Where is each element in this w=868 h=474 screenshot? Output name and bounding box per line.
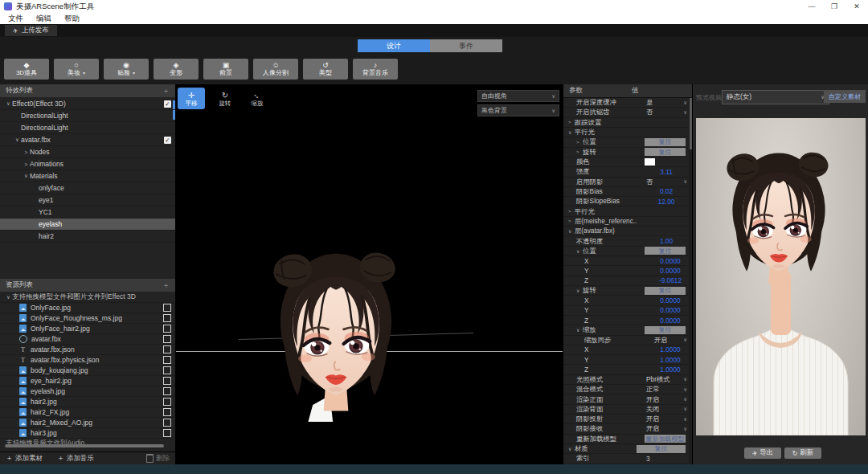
close-icon[interactable]: ✕ (845, 0, 868, 13)
toolbar-button-1[interactable]: ◆3D道具 (4, 59, 49, 80)
effect-tree-item[interactable]: >Nodes (0, 146, 175, 158)
add-music-button[interactable]: ＋ 添加音乐 (57, 453, 94, 464)
param-row-layer_avatar[interactable]: ∨层(avatar.fbx) (563, 227, 688, 236)
param-dropdown-value[interactable]: Pbr模式 (645, 375, 688, 384)
add-material-button[interactable]: ＋ 添加素材 (6, 453, 43, 464)
item-checkbox[interactable]: ✓ (164, 137, 171, 144)
param-number-value[interactable]: 0.0000 (653, 306, 688, 314)
color-swatch[interactable] (645, 158, 655, 165)
reset-button[interactable]: 复位 (645, 138, 686, 146)
effect-tree-item[interactable]: YC1 (0, 206, 175, 219)
item-checkbox[interactable] (163, 304, 171, 312)
item-checkbox[interactable] (163, 335, 171, 343)
resource-item[interactable]: hair2.jpg (0, 397, 175, 407)
tab-event[interactable]: 事件 (430, 39, 502, 52)
minimize-icon[interactable]: — (800, 0, 823, 13)
item-checkbox[interactable] (163, 408, 171, 416)
viewport-canvas[interactable]: ✛ 平移 ↻ 旋转 ↔ 缩放 自由视角 ∨ 黑色背景 ∨ (176, 84, 563, 464)
param-dropdown-value[interactable]: 关闭 (645, 405, 688, 414)
effect-tree-item[interactable]: ∨avatar.fbx✓ (0, 134, 175, 146)
menu-file[interactable]: 文件 (8, 14, 23, 24)
item-checkbox[interactable] (163, 314, 171, 322)
param-number-value[interactable]: 1.0000 (653, 356, 688, 364)
param-row-dirlight1[interactable]: ∨平行光 (563, 128, 688, 137)
param-number-value[interactable]: -9.0612 (653, 276, 688, 284)
custom-material-button[interactable]: 自定义素材 (824, 90, 866, 103)
reset-button[interactable]: 复位 (645, 326, 686, 334)
param-dropdown-value[interactable]: 开启 (645, 424, 688, 433)
tool-scale[interactable]: ↔ 缩放 (244, 88, 271, 109)
item-checkbox[interactable] (163, 398, 171, 406)
effect-tree-item[interactable]: ∨Effect0(Effect 3D)✓ (0, 98, 175, 110)
param-number-value[interactable]: 1.0000 (653, 345, 688, 353)
param-number-value[interactable]: 3.11 (645, 168, 688, 176)
param-number-value[interactable]: 12.00 (645, 198, 688, 206)
resource-item[interactable]: hair3.jpg (0, 428, 175, 439)
param-dropdown-value[interactable]: 是 (645, 98, 688, 107)
reset-button[interactable]: 复位 (645, 287, 686, 295)
toolbar-button-5[interactable]: ▣前景 (203, 59, 248, 80)
reset-button[interactable]: 复位 (637, 445, 686, 453)
add-icon[interactable]: ＋ (162, 280, 170, 291)
reload-model-button[interactable]: 重新加载模型 (645, 435, 686, 443)
resource-item[interactable]: hair2_Mixed_AO.jpg (0, 418, 175, 428)
resource-item[interactable]: body_kouqiang.jpg (0, 366, 175, 376)
tool-rotate[interactable]: ↻ 旋转 (211, 88, 239, 109)
resource-item[interactable]: avatar.fbx (0, 334, 175, 345)
item-checkbox[interactable] (163, 387, 171, 395)
item-checkbox[interactable] (163, 429, 171, 437)
preview-mode-dropdown[interactable]: 静态(女) ∨ (722, 90, 829, 104)
view-mode-dropdown[interactable]: 自由视角 ∨ (477, 90, 559, 102)
param-dropdown-value[interactable]: 否 (645, 178, 688, 186)
resource-item[interactable]: OnlyFace.jpg (0, 303, 175, 313)
delete-button[interactable]: 删除 (146, 454, 170, 464)
menu-help[interactable]: 帮助 (64, 14, 80, 24)
toolbar-button-8[interactable]: ♪背景音乐 (353, 59, 398, 80)
param-dropdown-value[interactable]: 开启 (645, 395, 688, 404)
effect-tree-item[interactable]: ∨Materials (0, 170, 175, 182)
resource-item[interactable]: hair2_FX.jpg (0, 407, 175, 418)
effect-tree-item[interactable]: >Animations (0, 158, 175, 170)
effect-tree-item[interactable]: eyelash (0, 219, 175, 231)
refresh-button[interactable]: ↻ 刷新 (784, 447, 821, 459)
param-row-tracking[interactable]: >跟踪设置 (563, 118, 688, 128)
toolbar-button-2[interactable]: ○美妆▾ (54, 59, 99, 80)
item-checkbox[interactable] (163, 325, 171, 333)
item-checkbox[interactable]: ✓ (164, 100, 171, 108)
item-checkbox[interactable] (163, 345, 171, 353)
effect-tree-item[interactable]: hair2 (0, 231, 175, 243)
background-dropdown[interactable]: 黑色背景 ∨ (477, 104, 559, 116)
param-number-value[interactable]: 1.0000 (653, 366, 688, 374)
reset-button[interactable]: 复位 (645, 247, 686, 255)
add-icon[interactable]: ＋ (162, 86, 170, 96)
item-checkbox[interactable] (163, 356, 171, 364)
item-checkbox[interactable] (163, 419, 171, 427)
param-number-value[interactable]: 0.0000 (653, 257, 688, 265)
maximize-icon[interactable]: ❐ (823, 0, 845, 13)
export-button[interactable]: ✈ 导出 (744, 447, 781, 459)
reset-button[interactable]: 复位 (645, 148, 686, 156)
param-row-dirlight2[interactable]: >平行光 (563, 206, 688, 216)
toolbar-button-6[interactable]: ☺人像分割 (253, 59, 298, 80)
param-row-layer_ref[interactable]: >层(meishe_referenc... (563, 217, 688, 227)
resource-item[interactable]: Tavatar.fbx.json (0, 345, 175, 355)
param-number-value[interactable]: 0.02 (645, 187, 688, 195)
param-dropdown-value[interactable]: 开启 (645, 415, 688, 423)
resource-item[interactable]: eye_hair2.jpg (0, 376, 175, 386)
toolbar-button-7[interactable]: ↺美型 (303, 59, 348, 80)
resources-hscrollbar[interactable] (5, 444, 164, 447)
param-number-value[interactable]: 0.0000 (653, 296, 688, 304)
resource-item[interactable]: eyelash.jpg (0, 386, 175, 397)
resource-item[interactable]: OnlyFace_Roughness_ms.jpg (0, 313, 175, 324)
toolbar-button-3[interactable]: ◉贴脸▾ (104, 59, 149, 80)
param-number-value[interactable]: 1.00 (645, 237, 688, 245)
menu-edit[interactable]: 编辑 (36, 14, 51, 24)
effect-tree-item[interactable]: onlyface (0, 182, 175, 194)
effect-tree-item[interactable]: DirectionalLight (0, 110, 175, 122)
resource-item[interactable]: Tavatar.fbx.physics.json (0, 355, 175, 366)
upload-publish-button[interactable]: ✈ 上传发布 (5, 25, 57, 36)
tool-pan[interactable]: ✛ 平移 (178, 88, 205, 109)
param-number-value[interactable]: 0.0000 (653, 317, 688, 325)
resource-item[interactable]: OnlyFace_hair2.jpg (0, 324, 175, 334)
item-checkbox[interactable] (163, 377, 171, 385)
